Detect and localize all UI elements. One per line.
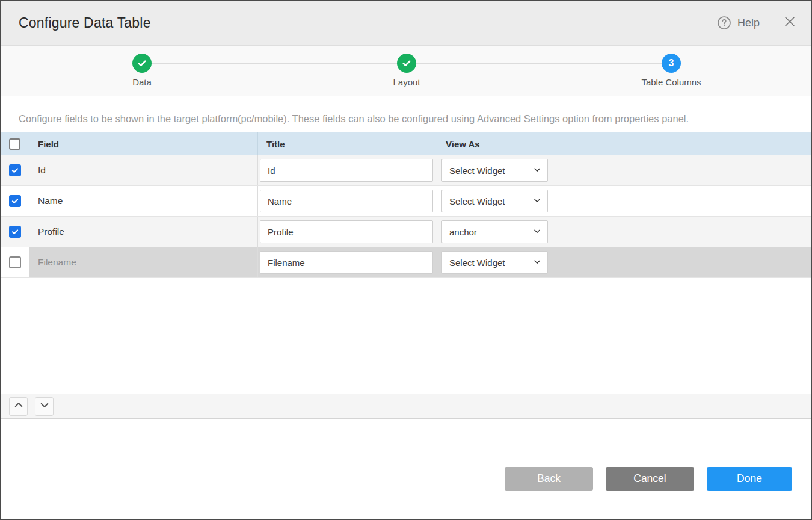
view-as-select[interactable]: Select Widget: [441, 159, 548, 182]
title-input[interactable]: [260, 251, 433, 274]
title-cell: [258, 186, 437, 216]
table-empty-area: [1, 278, 811, 394]
view-as-select[interactable]: anchor: [441, 220, 548, 243]
description-text: Configure fields to be shown in the targ…: [1, 96, 811, 125]
table-header-row: Field Title View As: [1, 132, 811, 155]
field-name: Id: [29, 155, 258, 185]
done-button[interactable]: Done: [707, 467, 792, 491]
dialog-title: Configure Data Table: [19, 15, 151, 31]
spacer: [1, 419, 811, 448]
row-checkbox-cell: [1, 247, 29, 277]
view-as-cell: Select Widget: [437, 247, 811, 277]
step-table-columns-label: Table Columns: [611, 77, 731, 87]
header-field: Field: [29, 132, 258, 155]
step-layout-label: Layout: [346, 77, 467, 87]
back-button[interactable]: Back: [505, 467, 593, 491]
row-checkbox[interactable]: [9, 256, 21, 268]
header-checkbox-cell: [1, 132, 29, 155]
move-down-button[interactable]: [35, 397, 54, 416]
view-as-cell: anchor: [437, 217, 811, 247]
title-input[interactable]: [260, 220, 433, 243]
row-checkbox-cell: [1, 217, 29, 247]
chevron-down-icon: [533, 166, 541, 176]
view-as-value: Select Widget: [449, 258, 505, 268]
step-data[interactable]: Data: [82, 54, 202, 87]
step-layout[interactable]: Layout: [346, 54, 467, 87]
step-data-label: Data: [82, 77, 202, 87]
table-row: Profile anchor: [1, 217, 811, 247]
table-row: Id Select Widget: [1, 155, 811, 186]
step-data-complete-icon: [132, 54, 152, 73]
title-input[interactable]: [260, 190, 433, 212]
dialog-titlebar: Configure Data Table Help: [1, 1, 811, 46]
step-table-columns-number: 3: [662, 54, 681, 73]
row-checkbox-cell: [1, 186, 29, 216]
field-name: Name: [29, 186, 258, 216]
chevron-up-icon: [13, 400, 24, 413]
title-input[interactable]: [260, 159, 433, 182]
view-as-select[interactable]: Select Widget: [441, 190, 548, 212]
chevron-down-icon: [533, 258, 541, 268]
title-cell: [258, 155, 437, 185]
chevron-down-icon: [533, 196, 541, 206]
field-name: Filename: [29, 247, 258, 277]
chevron-down-icon: [39, 400, 50, 413]
configure-data-table-dialog: Configure Data Table Help: [0, 0, 812, 520]
view-as-cell: Select Widget: [437, 186, 811, 216]
title-cell: [258, 217, 437, 247]
step-table-columns[interactable]: 3 Table Columns: [611, 54, 731, 87]
row-checkbox-cell: [1, 155, 29, 185]
row-checkbox[interactable]: [9, 226, 21, 238]
row-checkbox[interactable]: [9, 195, 21, 207]
move-up-button[interactable]: [9, 397, 28, 416]
select-all-checkbox[interactable]: [9, 138, 20, 150]
field-name: Profile: [29, 217, 258, 247]
reorder-toolbar: [1, 394, 811, 419]
help-button[interactable]: Help: [717, 16, 760, 30]
table-row: Name Select Widget: [1, 186, 811, 217]
chevron-down-icon: [533, 227, 541, 237]
header-view-as: View As: [437, 132, 811, 155]
wizard-stepper: Data Layout 3 Table Columns: [1, 46, 811, 96]
table-body: Id Select Widget: [1, 155, 811, 394]
close-button[interactable]: [784, 16, 796, 30]
table-row: Filename Select Widget: [1, 247, 811, 278]
view-as-cell: Select Widget: [437, 155, 811, 185]
title-cell: [258, 247, 437, 277]
header-title: Title: [258, 132, 437, 155]
help-icon: [717, 16, 731, 30]
view-as-value: anchor: [449, 227, 477, 237]
cancel-button[interactable]: Cancel: [606, 467, 694, 491]
dialog-footer: Back Cancel Done: [1, 448, 811, 519]
row-checkbox[interactable]: [9, 164, 21, 176]
close-icon: [784, 16, 796, 30]
help-label: Help: [737, 17, 760, 29]
view-as-select[interactable]: Select Widget: [441, 251, 548, 274]
columns-table: Field Title View As Id Select Widget: [1, 132, 811, 394]
view-as-value: Select Widget: [449, 166, 505, 176]
step-layout-complete-icon: [397, 54, 416, 73]
view-as-value: Select Widget: [449, 196, 505, 206]
